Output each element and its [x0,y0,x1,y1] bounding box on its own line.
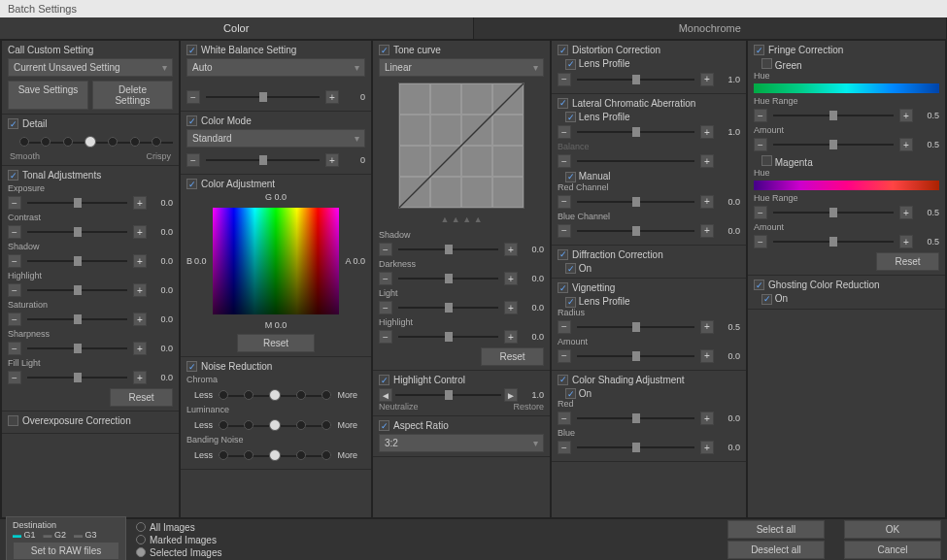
all-images-radio[interactable]: All Images [136,522,222,533]
minus-button[interactable]: − [558,320,571,334]
plus-button[interactable]: + [700,224,714,238]
wb-dropdown[interactable]: Auto [186,58,365,77]
plus-button[interactable]: + [700,320,714,334]
plus-button[interactable]: + [504,272,518,285]
ok-button[interactable]: OK [844,520,941,539]
plus-button[interactable]: + [700,154,714,168]
plus-button[interactable]: + [700,73,714,86]
minus-button[interactable]: − [379,272,392,285]
minus-button[interactable]: − [186,90,200,104]
noise-checkbox[interactable] [186,361,197,372]
tonecurve-checkbox[interactable] [379,45,389,55]
save-settings-button[interactable]: Save Settings [8,81,88,110]
plus-button[interactable]: + [899,138,913,151]
plus-button[interactable]: + [133,254,147,268]
plus-button[interactable]: + [700,412,714,425]
detail-dot[interactable] [152,137,161,147]
plus-button[interactable]: + [133,283,147,297]
diffraction-on-checkbox[interactable] [565,263,576,274]
set-raw-button[interactable]: Set to RAW files [13,542,119,560]
manual-checkbox[interactable] [565,172,576,182]
marked-images-radio[interactable]: Marked Images [136,535,222,545]
minus-button[interactable]: − [754,235,767,248]
minus-button[interactable]: − [8,225,21,239]
plus-button[interactable]: + [899,206,913,219]
diffraction-checkbox[interactable] [558,249,568,260]
vignetting-lens-checkbox[interactable] [565,297,576,308]
minus-button[interactable]: − [558,73,571,86]
contrast-slider[interactable] [27,231,127,233]
magenta-checkbox[interactable] [761,155,772,166]
green-hue-bar[interactable] [754,83,939,93]
minus-button[interactable]: − [558,349,571,363]
tonal-reset-button[interactable]: Reset [110,388,173,407]
plus-button[interactable]: + [700,349,714,363]
minus-button[interactable]: − [558,195,571,209]
plus-button[interactable]: + [133,313,147,326]
minus-button[interactable]: − [186,153,200,167]
left-button[interactable]: ◄ [379,388,392,402]
plus-button[interactable]: + [504,330,518,344]
tab-color[interactable]: Color [0,17,474,39]
filllight-slider[interactable] [27,377,127,379]
aspect-dropdown[interactable]: 3:2 [379,434,544,452]
plus-button[interactable]: + [700,125,714,139]
distortion-checkbox[interactable] [558,45,568,55]
minus-button[interactable]: − [8,283,21,297]
cancel-button[interactable]: Cancel [844,541,941,559]
colormode-dropdown[interactable]: Standard [186,129,365,148]
minus-button[interactable]: − [379,330,392,344]
aspect-checkbox[interactable] [379,420,389,431]
selected-images-radio[interactable]: Selected Images [136,547,222,558]
fringe-checkbox[interactable] [754,45,764,55]
custom-setting-dropdown[interactable]: Current Unsaved Setting [8,58,173,77]
green-checkbox[interactable] [761,58,772,69]
minus-button[interactable]: − [754,109,767,122]
plus-button[interactable]: + [899,235,913,248]
sharpness-slider[interactable] [27,347,127,349]
plus-button[interactable]: + [899,109,913,122]
lens-profile-checkbox[interactable] [565,59,576,70]
fringe-reset-button[interactable]: Reset [876,252,939,271]
ghosting-checkbox[interactable] [754,280,764,290]
detail-dot[interactable] [63,137,73,147]
right-button[interactable]: ► [504,388,518,402]
minus-button[interactable]: − [558,441,571,454]
plus-button[interactable]: + [700,441,714,454]
plus-button[interactable]: + [133,371,147,384]
shading-on-checkbox[interactable] [565,388,576,399]
select-all-button[interactable]: Select all [727,520,825,539]
ghosting-on-checkbox[interactable] [761,294,772,305]
plus-button[interactable]: + [504,301,518,314]
minus-button[interactable]: − [558,154,571,168]
tonecurve-reset-button[interactable]: Reset [481,347,544,366]
coloradj-reset-button[interactable]: Reset [237,334,315,352]
vignetting-checkbox[interactable] [558,282,568,293]
deselect-all-button[interactable]: Deselect all [727,541,825,559]
detail-checkbox[interactable] [8,118,18,129]
exposure-slider[interactable] [27,202,127,204]
minus-button[interactable]: − [8,196,21,210]
minus-button[interactable]: − [8,342,21,355]
plus-button[interactable]: + [133,342,147,355]
magenta-hue-bar[interactable] [754,181,939,190]
lateral-lens-checkbox[interactable] [565,112,576,122]
minus-button[interactable]: − [558,412,571,425]
delete-settings-button[interactable]: Delete Settings [92,81,173,110]
saturation-slider[interactable] [27,318,127,320]
detail-dot[interactable] [85,136,96,148]
tab-monochrome[interactable]: Monochrome [474,17,948,39]
detail-dot[interactable] [130,137,140,147]
plus-button[interactable]: + [325,153,339,167]
wb-checkbox[interactable] [186,45,197,55]
minus-button[interactable]: − [558,224,571,238]
highlight-slider[interactable] [27,289,127,291]
plus-button[interactable]: + [133,196,147,210]
minus-button[interactable]: − [8,254,21,268]
minus-button[interactable]: − [754,206,767,219]
shading-checkbox[interactable] [558,375,568,385]
detail-dot[interactable] [108,137,118,147]
minus-button[interactable]: − [379,243,392,256]
colormode-checkbox[interactable] [186,115,197,126]
minus-button[interactable]: − [379,301,392,314]
